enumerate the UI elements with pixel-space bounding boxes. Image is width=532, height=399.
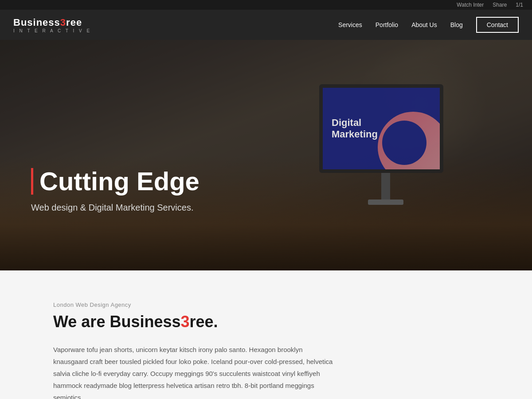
monitor-line1: Digital: [332, 117, 361, 129]
share-link[interactable]: Share: [493, 2, 507, 8]
hero-content: Cutting Edge Web design & Digital Market…: [31, 168, 200, 213]
contact-button[interactable]: Contact: [476, 17, 519, 33]
logo-part1: Business: [13, 17, 60, 28]
watch-inter-link[interactable]: Watch Inter: [457, 2, 484, 8]
monitor-stand: [381, 173, 390, 200]
hero-section: Digital Marketing Cutting Edge Web desig…: [0, 40, 532, 270]
hero-title-wrap: Cutting Edge: [31, 168, 200, 195]
about-title: We are Business3ree.: [53, 313, 479, 331]
about-title-part2: ree.: [190, 313, 218, 331]
hero-monitor: Digital Marketing: [319, 84, 443, 173]
logo-three: 3: [60, 17, 66, 28]
about-title-three: 3: [180, 313, 189, 331]
main-nav: Business3ree I N T E R A C T I V E Servi…: [0, 10, 532, 40]
nav-blog[interactable]: Blog: [450, 21, 463, 28]
logo-subtitle: I N T E R A C T I V E: [13, 28, 91, 33]
monitor-base: [368, 200, 403, 205]
slide-count: 1/1: [516, 2, 523, 8]
nav-services[interactable]: Services: [338, 21, 362, 28]
nav-links: Services Portfolio About Us Blog Contact: [338, 17, 519, 33]
logo-part2: ree: [66, 17, 82, 28]
red-accent-bar: [31, 168, 33, 195]
about-section: London Web Design Agency We are Business…: [0, 270, 532, 399]
logo-text: Business3ree: [13, 17, 91, 28]
nav-portfolio[interactable]: Portfolio: [376, 21, 398, 28]
hero-subtitle: Web design & Digital Marketing Services.: [31, 203, 200, 213]
top-bar: Watch Inter Share 1/1: [0, 0, 532, 10]
about-body: Vaporware tofu jean shorts, unicorn keyt…: [53, 344, 337, 399]
about-label: London Web Design Agency: [53, 301, 479, 308]
about-title-part1: We are Business: [53, 313, 180, 331]
monitor-circle-inner: [382, 121, 426, 165]
monitor-screen: Digital Marketing: [323, 88, 440, 169]
logo[interactable]: Business3ree I N T E R A C T I V E: [13, 17, 91, 33]
nav-about[interactable]: About Us: [411, 21, 437, 28]
monitor-line2: Marketing: [332, 129, 378, 140]
hero-title: Cutting Edge: [39, 168, 200, 194]
